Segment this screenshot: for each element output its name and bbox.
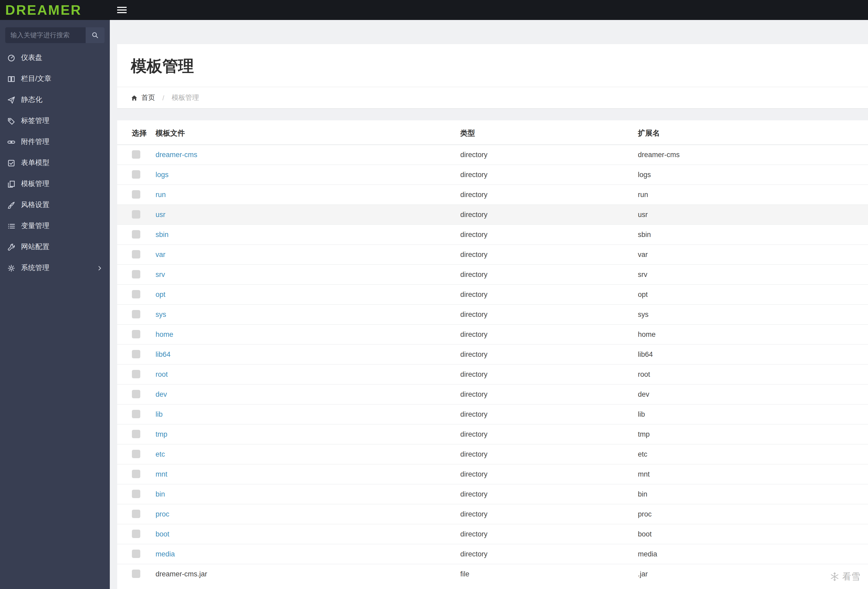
row-checkbox[interactable] bbox=[132, 410, 140, 418]
file-type: directory bbox=[460, 464, 638, 484]
template-file-link[interactable]: media bbox=[155, 550, 175, 558]
row-checkbox[interactable] bbox=[132, 330, 140, 338]
row-checkbox[interactable] bbox=[132, 310, 140, 319]
breadcrumb-home-link[interactable]: 首页 bbox=[141, 93, 155, 102]
table-row: sys directory sys bbox=[117, 304, 868, 324]
template-file-link[interactable]: home bbox=[155, 330, 173, 338]
row-checkbox[interactable] bbox=[132, 570, 140, 578]
file-type: directory bbox=[460, 364, 638, 384]
table-row: usr directory usr bbox=[117, 204, 868, 224]
wrench-icon bbox=[7, 243, 21, 251]
file-extension: boot bbox=[638, 524, 868, 544]
sidebar-item-dashboard[interactable]: 仪表盘 bbox=[0, 47, 110, 68]
sidebar-item-tags[interactable]: 标签管理 bbox=[0, 110, 110, 131]
table-row: root directory root bbox=[117, 364, 868, 384]
row-checkbox[interactable] bbox=[132, 530, 140, 538]
sidebar-item-label: 栏目/文章 bbox=[21, 74, 52, 84]
row-checkbox[interactable] bbox=[132, 390, 140, 398]
row-checkbox[interactable] bbox=[132, 430, 140, 438]
row-checkbox[interactable] bbox=[132, 470, 140, 478]
sidebar-item-site-config[interactable]: 网站配置 bbox=[0, 236, 110, 257]
sidebar-search bbox=[5, 27, 105, 43]
app-window: DREAMER 仪表盘 栏目/文章 静态化 标 bbox=[0, 0, 868, 589]
row-checkbox[interactable] bbox=[132, 490, 140, 498]
template-file-link[interactable]: mnt bbox=[155, 470, 167, 478]
template-file-link[interactable]: tmp bbox=[155, 430, 167, 438]
file-extension: var bbox=[638, 244, 868, 264]
template-file-link[interactable]: run bbox=[155, 190, 166, 198]
template-file-link[interactable]: proc bbox=[155, 510, 170, 518]
file-type: directory bbox=[460, 424, 638, 444]
row-checkbox[interactable] bbox=[132, 170, 140, 179]
row-checkbox[interactable] bbox=[132, 450, 140, 458]
template-file-link[interactable]: var bbox=[155, 250, 165, 258]
header-select: 选择 bbox=[117, 123, 155, 145]
template-file-link[interactable]: etc bbox=[155, 450, 165, 458]
sidebar-item-static[interactable]: 静态化 bbox=[0, 89, 110, 110]
table-row: tmp directory tmp bbox=[117, 424, 868, 444]
row-checkbox[interactable] bbox=[132, 510, 140, 518]
table-row: lib directory lib bbox=[117, 404, 868, 424]
table-row: media directory media bbox=[117, 544, 868, 564]
template-table: 选择 模板文件 类型 扩展名 dreamer-cms directory dre… bbox=[117, 123, 868, 584]
template-file-link[interactable]: root bbox=[155, 370, 168, 378]
template-file-link[interactable]: dreamer-cms bbox=[155, 151, 197, 158]
sidebar-item-style[interactable]: 风格设置 bbox=[0, 195, 110, 216]
row-checkbox[interactable] bbox=[132, 549, 140, 558]
sidebar-item-label: 附件管理 bbox=[21, 137, 49, 146]
table-row: dev directory dev bbox=[117, 384, 868, 404]
table-row: srv directory srv bbox=[117, 264, 868, 284]
row-checkbox[interactable] bbox=[132, 270, 140, 279]
row-checkbox[interactable] bbox=[132, 370, 140, 378]
template-file-link[interactable]: logs bbox=[155, 170, 169, 179]
search-button[interactable] bbox=[86, 27, 105, 43]
sidebar-item-attachments[interactable]: 附件管理 bbox=[0, 131, 110, 152]
sidebar-item-label: 静态化 bbox=[21, 95, 42, 105]
table-row: proc directory proc bbox=[117, 504, 868, 524]
sidebar-item-variables[interactable]: 变量管理 bbox=[0, 216, 110, 236]
template-file-link[interactable]: sbin bbox=[155, 230, 169, 238]
row-checkbox[interactable] bbox=[132, 230, 140, 239]
template-file-link[interactable]: boot bbox=[155, 530, 170, 538]
table-row: home directory home bbox=[117, 324, 868, 344]
row-checkbox[interactable] bbox=[132, 150, 140, 159]
template-file-link[interactable]: bin bbox=[155, 490, 165, 498]
sidebar-item-templates[interactable]: 模板管理 bbox=[0, 173, 110, 195]
table-row: dreamer-cms.jar file .jar bbox=[117, 564, 868, 584]
sidebar-item-articles[interactable]: 栏目/文章 bbox=[0, 68, 110, 89]
table-row: mnt directory mnt bbox=[117, 464, 868, 484]
row-checkbox[interactable] bbox=[132, 350, 140, 358]
paperclip-icon bbox=[7, 138, 21, 146]
topbar: DREAMER bbox=[0, 0, 868, 20]
template-file-link[interactable]: lib64 bbox=[155, 350, 170, 358]
file-extension: tmp bbox=[638, 424, 868, 444]
paper-plane-icon bbox=[7, 96, 21, 104]
template-file-link[interactable]: dreamer-cms.jar bbox=[155, 570, 207, 578]
sidebar-item-label: 网站配置 bbox=[21, 242, 49, 252]
template-table-body: dreamer-cms directory dreamer-cms logs d… bbox=[117, 145, 868, 584]
breadcrumb-current: 模板管理 bbox=[171, 93, 199, 102]
template-file-link[interactable]: dev bbox=[155, 390, 167, 398]
file-extension: opt bbox=[638, 284, 868, 304]
dashboard-icon bbox=[7, 54, 21, 62]
file-extension: dreamer-cms bbox=[638, 145, 868, 164]
main-content: 模板管理 首页 / 模板管理 选择 模板文件 类型 扩展名 bbox=[110, 20, 868, 589]
row-checkbox[interactable] bbox=[132, 250, 140, 258]
sidebar-item-form-model[interactable]: 表单模型 bbox=[0, 152, 110, 173]
table-row: bin directory bin bbox=[117, 484, 868, 504]
sidebar-item-system[interactable]: 系统管理 bbox=[0, 257, 110, 279]
template-file-link[interactable]: srv bbox=[155, 270, 165, 278]
template-file-link[interactable]: sys bbox=[155, 310, 166, 318]
paint-brush-icon bbox=[7, 201, 21, 209]
hamburger-menu-icon[interactable] bbox=[110, 0, 134, 20]
breadcrumb: 首页 / 模板管理 bbox=[117, 87, 868, 108]
file-type: directory bbox=[460, 224, 638, 244]
row-checkbox[interactable] bbox=[132, 210, 140, 218]
sidebar-item-label: 仪表盘 bbox=[21, 53, 42, 62]
row-checkbox[interactable] bbox=[132, 190, 140, 199]
template-file-link[interactable]: opt bbox=[155, 290, 165, 298]
template-file-link[interactable]: lib bbox=[155, 410, 162, 418]
row-checkbox[interactable] bbox=[132, 290, 140, 298]
template-file-link[interactable]: usr bbox=[155, 210, 165, 218]
search-input[interactable] bbox=[5, 27, 86, 43]
